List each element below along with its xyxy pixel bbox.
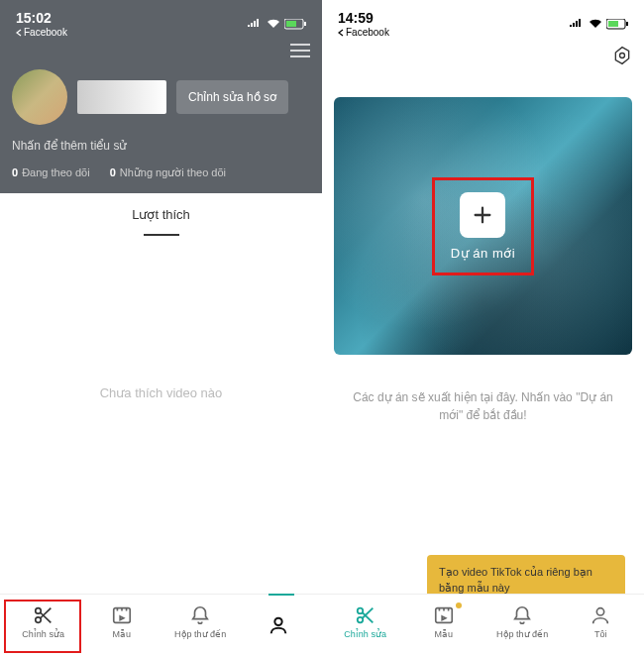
nav-edit[interactable]: Chỉnh sửa xyxy=(14,604,73,639)
back-to-app[interactable]: Facebook xyxy=(338,27,389,38)
profile-stats: 0Đang theo dõi 0Những người theo dõi xyxy=(12,166,310,179)
bell-icon xyxy=(189,604,211,626)
svg-point-14 xyxy=(597,608,604,615)
scissors-icon xyxy=(355,604,376,626)
scissors-icon xyxy=(33,604,54,626)
status-bar: 14:59 Facebook xyxy=(334,8,632,40)
svg-point-12 xyxy=(357,617,363,623)
new-project-button[interactable] xyxy=(460,192,505,238)
nav-me[interactable] xyxy=(249,614,308,639)
nav-templates[interactable]: Mẫu xyxy=(92,604,152,639)
profile-header: 15:02 Facebook Chỉnh sửa hồ sơ Nhấn để t… xyxy=(0,0,322,193)
status-time: 14:59 xyxy=(338,10,374,26)
nav-inbox[interactable]: Hộp thư đến xyxy=(170,604,230,639)
template-icon xyxy=(111,604,133,626)
status-bar: 15:02 Facebook xyxy=(12,8,310,40)
highlight-new-project: Dự án mới xyxy=(432,177,534,275)
following-stat[interactable]: 0Đang theo dõi xyxy=(12,166,90,179)
battery-icon xyxy=(284,19,306,30)
editor-header: 14:59 Facebook xyxy=(322,0,644,89)
nav-edit[interactable]: Chỉnh sửa xyxy=(336,604,395,639)
profile-info-row: Chỉnh sửa hồ sơ xyxy=(12,69,310,125)
projects-hint: Các dự án sẽ xuất hiện tại đây. Nhấn vào… xyxy=(322,355,644,424)
back-to-app[interactable]: Facebook xyxy=(16,27,67,38)
svg-point-11 xyxy=(357,608,363,614)
status-icons xyxy=(247,19,306,30)
person-icon xyxy=(590,604,611,626)
plus-icon xyxy=(472,204,493,226)
bell-icon xyxy=(511,604,533,626)
status-time: 15:02 xyxy=(16,10,52,26)
phone-left-profile: 15:02 Facebook Chỉnh sửa hồ sơ Nhấn để t… xyxy=(0,0,322,657)
battery-icon xyxy=(606,19,628,30)
bottom-nav: Chỉnh sửa Mẫu Hộp thư đến xyxy=(0,594,322,657)
svg-rect-1 xyxy=(286,21,296,27)
bottom-nav: Chỉnh sửa Mẫu Hộp thư đến Tôi xyxy=(322,594,644,657)
person-icon xyxy=(268,614,289,636)
svg-point-4 xyxy=(35,617,41,623)
wifi-icon xyxy=(589,19,602,29)
svg-point-10 xyxy=(620,54,625,58)
nav-templates[interactable]: Mẫu xyxy=(414,604,474,639)
status-icons xyxy=(569,19,628,30)
empty-likes-message: Chưa thích video nào xyxy=(0,385,322,400)
new-project-label: Dự án mới xyxy=(451,246,515,261)
hamburger-icon[interactable] xyxy=(290,44,310,61)
likes-tab[interactable]: Lượt thích xyxy=(0,193,322,237)
notification-dot xyxy=(456,602,462,608)
template-icon xyxy=(433,604,455,626)
wifi-icon xyxy=(267,19,280,29)
avatar[interactable] xyxy=(12,69,67,125)
svg-rect-2 xyxy=(304,22,306,26)
followers-stat[interactable]: 0Những người theo dõi xyxy=(110,166,226,179)
signal-icon xyxy=(247,19,263,29)
settings-icon[interactable] xyxy=(612,46,632,69)
active-indicator xyxy=(268,594,294,596)
new-project-card[interactable]: Dự án mới xyxy=(334,97,632,355)
likes-section: Lượt thích Chưa thích video nào xyxy=(0,193,322,594)
svg-rect-8 xyxy=(608,21,618,27)
svg-point-6 xyxy=(275,618,282,625)
svg-rect-9 xyxy=(626,22,628,26)
svg-point-3 xyxy=(35,608,41,614)
username-box xyxy=(77,80,166,114)
signal-icon xyxy=(569,19,585,29)
phone-right-editor: 14:59 Facebook xyxy=(322,0,644,657)
edit-profile-button[interactable]: Chỉnh sửa hồ sơ xyxy=(176,80,288,114)
nav-me[interactable]: Tôi xyxy=(571,604,630,639)
nav-inbox[interactable]: Hộp thư đến xyxy=(492,604,552,639)
bio-prompt[interactable]: Nhấn để thêm tiểu sử xyxy=(12,139,310,153)
